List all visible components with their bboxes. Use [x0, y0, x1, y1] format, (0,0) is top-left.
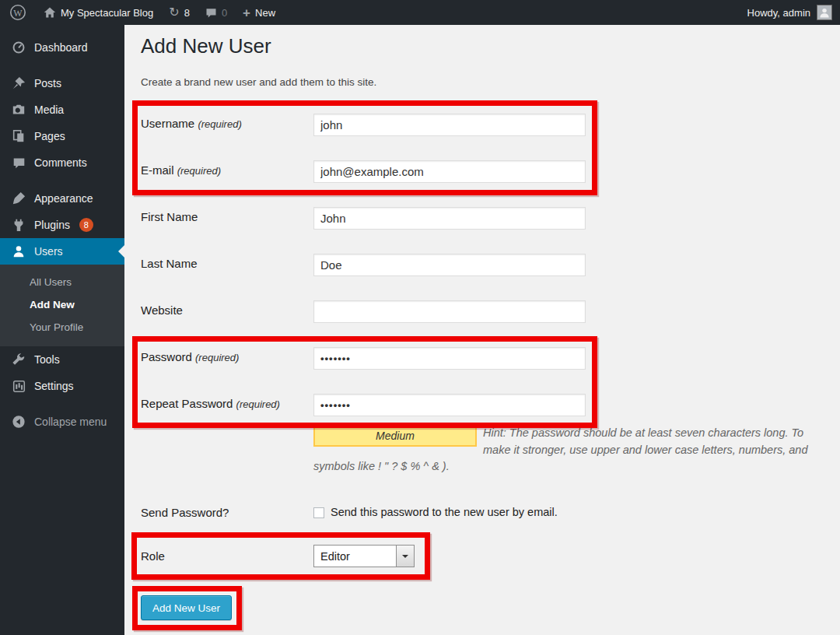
send-password-checkbox-label: Send this password to the new user by em…: [331, 506, 558, 518]
password-strength-meter: Medium: [313, 425, 477, 447]
updates-icon: ↻: [169, 6, 179, 19]
submenu-item-all-users[interactable]: All Users: [0, 271, 124, 293]
role-select[interactable]: Editor: [313, 545, 415, 567]
submenu-item-your-profile[interactable]: Your Profile: [0, 316, 124, 339]
username-input[interactable]: [313, 114, 586, 136]
comment-bubble-icon: [205, 7, 217, 19]
new-content-link[interactable]: + New: [235, 0, 283, 25]
updates-link[interactable]: ↻ 8: [161, 0, 198, 25]
password-label: Password (required): [141, 350, 239, 363]
plugins-update-badge: 8: [79, 218, 93, 232]
sidebar-item-comments[interactable]: Comments: [0, 149, 124, 176]
site-name: My Spectacular Blog: [61, 7, 153, 19]
first-name-label: First Name: [141, 210, 198, 223]
svg-text:W: W: [13, 8, 23, 19]
sidebar-item-settings[interactable]: Settings: [0, 373, 124, 399]
last-name-label: Last Name: [141, 257, 198, 270]
comments-link[interactable]: 0: [198, 0, 235, 25]
last-name-input[interactable]: [313, 254, 586, 276]
site-name-link[interactable]: My Spectacular Blog: [36, 0, 161, 25]
submenu-item-add-new[interactable]: Add New: [0, 293, 124, 316]
password-hint-area: Medium Hint: The password should be at l…: [313, 425, 819, 475]
first-name-input[interactable]: [313, 207, 586, 230]
pushpin-icon: [11, 75, 26, 91]
role-label: Role: [141, 549, 165, 563]
home-icon: [44, 6, 56, 19]
updates-count: 8: [184, 7, 190, 19]
sidebar-item-tools[interactable]: Tools: [0, 346, 124, 373]
main-content: Add New User Create a brand new user and…: [124, 25, 840, 635]
website-input[interactable]: [313, 300, 586, 323]
wrench-icon: [11, 352, 26, 367]
sidebar-item-posts[interactable]: Posts: [0, 70, 124, 96]
howdy-admin-link[interactable]: Howdy, admin: [747, 7, 810, 19]
wordpress-logo-icon[interactable]: W: [0, 0, 36, 25]
paintbrush-icon: [11, 191, 26, 206]
sidebar-item-pages[interactable]: Pages: [0, 123, 124, 149]
send-password-label: Send Password?: [141, 506, 229, 519]
sidebar-item-dashboard[interactable]: Dashboard: [0, 34, 124, 61]
select-dropdown-button[interactable]: [396, 546, 414, 567]
users-submenu: All Users Add New Your Profile: [0, 265, 124, 346]
comments-icon: [11, 155, 26, 170]
menu-separator: [0, 176, 124, 185]
dashboard-icon: [11, 40, 26, 55]
page-title: Add New User: [141, 34, 271, 58]
username-label: Username (required): [141, 117, 242, 130]
sidebar-item-plugins[interactable]: Plugins 8: [0, 212, 124, 238]
pages-icon: [11, 128, 26, 144]
sidebar-item-appearance[interactable]: Appearance: [0, 185, 124, 212]
website-label: Website: [141, 303, 183, 317]
email-label: E-mail (required): [141, 163, 221, 177]
camera-icon: [11, 102, 26, 118]
collapse-arrow-icon: [11, 414, 26, 430]
new-label: New: [255, 7, 275, 19]
add-new-user-button[interactable]: Add New User: [141, 595, 232, 620]
comments-count: 0: [222, 7, 227, 19]
chevron-down-icon: [402, 555, 408, 561]
avatar[interactable]: [817, 5, 832, 20]
sidebar-item-media[interactable]: Media: [0, 96, 124, 123]
sidebar: Dashboard Posts Media Pages Comments: [0, 25, 124, 635]
menu-separator: [0, 61, 124, 70]
role-selected-value: Editor: [314, 550, 396, 563]
password-input[interactable]: [313, 347, 586, 370]
active-menu-arrow: [112, 245, 124, 258]
plug-icon: [11, 217, 26, 233]
repeat-password-label: Repeat Password (required): [141, 397, 280, 410]
repeat-password-input[interactable]: [313, 394, 586, 416]
sidebar-item-users[interactable]: Users: [0, 238, 124, 265]
send-password-checkbox[interactable]: [313, 507, 324, 518]
page-description: Create a brand new user and add them to …: [141, 76, 376, 88]
sliders-icon: [11, 378, 26, 394]
user-icon: [11, 244, 26, 259]
plus-icon: +: [243, 6, 250, 19]
email-field[interactable]: [313, 160, 586, 183]
admin-bar: W My Spectacular Blog ↻ 8 0 + New Howdy,…: [0, 0, 840, 25]
sidebar-item-collapse-menu[interactable]: Collapse menu: [0, 409, 124, 435]
